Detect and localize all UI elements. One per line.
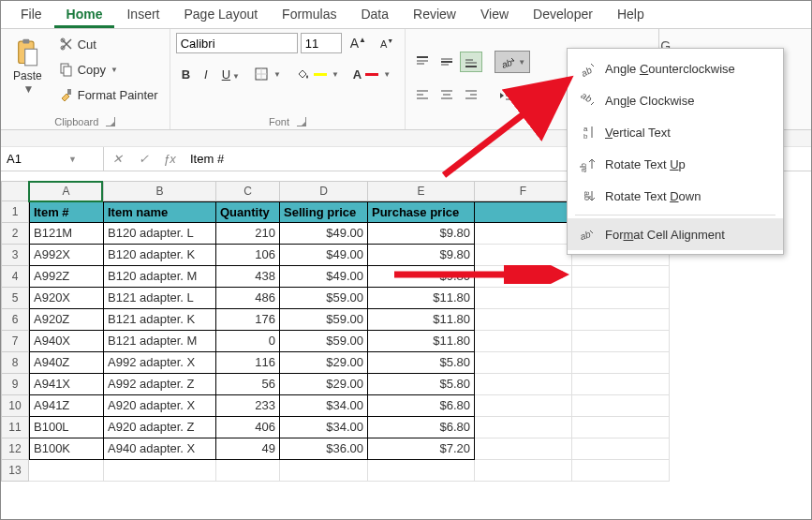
align-left-button[interactable]: [411, 84, 434, 105]
cell[interactable]: A940X: [29, 331, 104, 352]
cell[interactable]: [475, 288, 572, 309]
cell[interactable]: 176: [216, 309, 280, 331]
cell[interactable]: 406: [216, 417, 280, 438]
cell[interactable]: $6.80: [368, 395, 475, 417]
cell[interactable]: [475, 417, 572, 438]
tab-review[interactable]: Review: [401, 1, 468, 28]
name-box-input[interactable]: [7, 152, 63, 166]
tab-view[interactable]: View: [468, 1, 521, 28]
cell[interactable]: B120 adapter. M: [104, 266, 216, 288]
italic-button[interactable]: I: [199, 65, 214, 84]
tab-home[interactable]: Home: [54, 1, 115, 28]
cell[interactable]: [475, 331, 572, 352]
cell[interactable]: B120 adapter. K: [104, 245, 216, 266]
cell[interactable]: A940 adapter. X: [104, 438, 216, 460]
cell[interactable]: $5.80: [368, 374, 475, 395]
cell[interactable]: [368, 460, 475, 482]
cell[interactable]: $29.00: [280, 374, 368, 395]
row-header[interactable]: 7: [1, 331, 29, 352]
cell[interactable]: $49.00: [280, 245, 368, 266]
dialog-launcher-icon[interactable]: [297, 117, 306, 126]
cell[interactable]: [475, 245, 572, 266]
cell[interactable]: [475, 374, 572, 395]
cell[interactable]: [475, 266, 572, 288]
row-header[interactable]: 6: [1, 309, 29, 331]
cell[interactable]: 106: [216, 245, 280, 266]
cell[interactable]: A940Z: [29, 352, 104, 374]
font-name-select[interactable]: [176, 33, 298, 53]
cell[interactable]: $49.00: [280, 223, 368, 245]
cell[interactable]: [572, 266, 670, 288]
fx-button[interactable]: ƒx: [156, 152, 183, 166]
cell[interactable]: Quantity: [216, 201, 280, 223]
cell[interactable]: A920 adapter. Z: [104, 417, 216, 438]
cell[interactable]: [572, 417, 670, 438]
cell[interactable]: [475, 460, 572, 482]
cell[interactable]: $11.80: [368, 288, 475, 309]
menu-rotate-up[interactable]: ab Rotate Text Up: [568, 148, 783, 180]
cell[interactable]: $6.80: [368, 417, 475, 438]
cell[interactable]: [104, 460, 216, 482]
cell[interactable]: A941X: [29, 374, 104, 395]
column-header[interactable]: F: [475, 181, 572, 201]
row-header[interactable]: 11: [1, 417, 29, 438]
row-header[interactable]: 8: [1, 352, 29, 374]
cell[interactable]: A920X: [29, 288, 104, 309]
select-all-corner[interactable]: [1, 181, 29, 201]
cell[interactable]: [572, 460, 670, 482]
cell[interactable]: $9.80: [368, 266, 475, 288]
menu-rotate-down[interactable]: ab Rotate Text Down: [568, 180, 783, 212]
cell[interactable]: A920Z: [29, 309, 104, 331]
cell[interactable]: $36.00: [280, 438, 368, 460]
cell[interactable]: $59.00: [280, 309, 368, 331]
align-middle-button[interactable]: [436, 52, 458, 72]
dialog-launcher-icon[interactable]: [106, 117, 115, 126]
cell[interactable]: [572, 374, 670, 395]
row-header[interactable]: 3: [1, 245, 29, 266]
row-header[interactable]: 10: [1, 395, 29, 417]
cell[interactable]: $5.80: [368, 352, 475, 374]
cell[interactable]: [572, 331, 670, 352]
name-box[interactable]: ▼: [1, 147, 104, 171]
cell[interactable]: Selling price: [280, 201, 368, 223]
column-header[interactable]: A: [29, 181, 104, 201]
cell[interactable]: $29.00: [280, 352, 368, 374]
cell[interactable]: $11.80: [368, 331, 475, 352]
tab-help[interactable]: Help: [605, 1, 657, 28]
cell[interactable]: [280, 460, 368, 482]
menu-vertical-text[interactable]: ab Vertical Text: [568, 116, 783, 148]
cell[interactable]: Item name: [104, 201, 216, 223]
tab-developer[interactable]: Developer: [521, 1, 605, 28]
cell[interactable]: 49: [216, 438, 280, 460]
cell[interactable]: B121 adapter. M: [104, 331, 216, 352]
cell[interactable]: $49.00: [280, 266, 368, 288]
row-header[interactable]: 9: [1, 374, 29, 395]
cell[interactable]: B121 adapter. K: [104, 309, 216, 331]
cell[interactable]: A941Z: [29, 395, 104, 417]
cell[interactable]: $59.00: [280, 288, 368, 309]
align-right-button[interactable]: [460, 84, 482, 105]
increase-font-button[interactable]: A▲: [345, 33, 372, 53]
cell[interactable]: [475, 201, 572, 223]
cell[interactable]: $34.00: [280, 417, 368, 438]
cell[interactable]: Purchase price: [368, 201, 475, 223]
row-header[interactable]: 13: [1, 460, 29, 482]
cell[interactable]: 0: [216, 331, 280, 352]
align-bottom-button[interactable]: [460, 52, 482, 72]
tab-formulas[interactable]: Formulas: [270, 1, 348, 28]
cancel-formula-button[interactable]: ✕: [104, 152, 130, 166]
decrease-indent-button[interactable]: [495, 85, 517, 106]
cell[interactable]: [475, 309, 572, 331]
align-top-button[interactable]: [411, 52, 434, 72]
increase-indent-button[interactable]: [519, 85, 541, 106]
row-header[interactable]: 5: [1, 288, 29, 309]
cell[interactable]: $11.80: [368, 309, 475, 331]
row-header[interactable]: 1: [1, 201, 29, 223]
column-header[interactable]: B: [104, 181, 216, 201]
cell[interactable]: B100L: [29, 417, 104, 438]
cell[interactable]: $9.80: [368, 245, 475, 266]
cell[interactable]: [475, 438, 572, 460]
menu-angle-cw[interactable]: ab Angle Clockwise: [568, 84, 783, 116]
cell[interactable]: 210: [216, 223, 280, 245]
cell[interactable]: [572, 395, 670, 417]
